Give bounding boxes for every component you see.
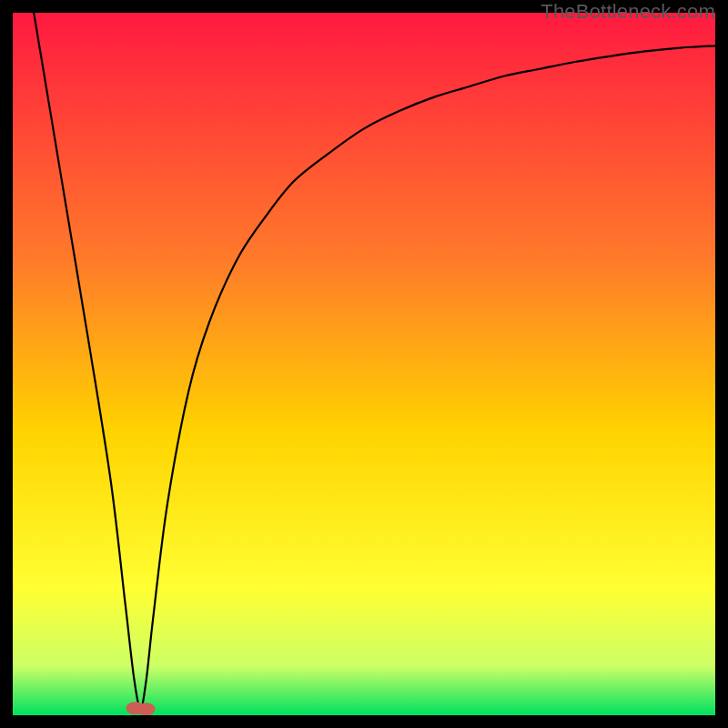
bottleneck-chart (13, 13, 715, 715)
svg-point-1 (137, 703, 156, 715)
gradient-background (13, 13, 715, 715)
watermark-text: TheBottleneck.com (541, 0, 715, 24)
minimum-marker (126, 702, 156, 715)
